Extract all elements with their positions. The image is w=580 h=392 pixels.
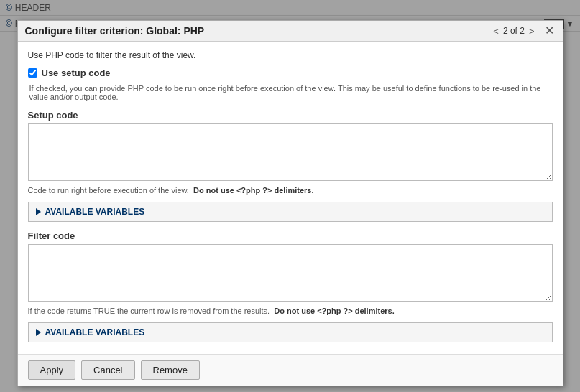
modal-title: Configure filter criterion: Global: PHP bbox=[25, 25, 205, 37]
modal-body: Use PHP code to filter the result of the… bbox=[18, 42, 563, 354]
available-vars-label-2: AVAILABLE VARIABLES bbox=[45, 327, 145, 337]
modal-footer: Apply Cancel Remove bbox=[18, 354, 563, 386]
modal-titlebar: Configure filter criterion: Global: PHP … bbox=[18, 21, 563, 42]
available-vars-toggle-1[interactable]: AVAILABLE VARIABLES bbox=[29, 202, 552, 221]
cancel-button[interactable]: Cancel bbox=[81, 360, 134, 380]
filter-code-textarea[interactable] bbox=[28, 244, 553, 302]
remove-button[interactable]: Remove bbox=[141, 360, 200, 380]
available-vars-toggle-2[interactable]: AVAILABLE VARIABLES bbox=[29, 323, 552, 342]
setup-code-textarea[interactable] bbox=[28, 123, 553, 181]
modal-description: Use PHP code to filter the result of the… bbox=[28, 50, 553, 60]
filter-code-note-bold: Do not use <?php ?> delimiters. bbox=[274, 307, 394, 315]
modal-nav-next[interactable]: > bbox=[528, 26, 536, 37]
apply-button[interactable]: Apply bbox=[28, 360, 76, 380]
modal-nav-count: 2 of 2 bbox=[503, 26, 525, 36]
setup-code-note-prefix: Code to run right before execution of th… bbox=[28, 186, 189, 195]
available-vars-block-1: AVAILABLE VARIABLES bbox=[28, 202, 553, 222]
modal-nav-prev[interactable]: < bbox=[492, 26, 500, 37]
setup-code-section-label: Setup code bbox=[28, 110, 553, 121]
configure-filter-modal: Configure filter criterion: Global: PHP … bbox=[17, 20, 563, 386]
available-vars-triangle-2 bbox=[36, 329, 41, 336]
use-setup-code-row: Use setup code bbox=[28, 67, 553, 78]
setup-code-note-bold: Do not use <?php ?> delimiters. bbox=[193, 186, 313, 195]
available-vars-label-1: AVAILABLE VARIABLES bbox=[45, 207, 145, 217]
use-setup-code-label[interactable]: Use setup code bbox=[42, 67, 111, 78]
filter-code-note: If the code returns TRUE the current row… bbox=[28, 307, 553, 315]
modal-nav: < 2 of 2 > bbox=[492, 26, 535, 37]
available-vars-triangle-1 bbox=[36, 208, 41, 215]
use-setup-code-checkbox[interactable] bbox=[28, 68, 37, 78]
filter-code-section-label: Filter code bbox=[28, 230, 553, 241]
modal-overlay: Configure filter criterion: Global: PHP … bbox=[0, 0, 580, 392]
modal-close-button[interactable]: ✕ bbox=[543, 25, 556, 37]
setup-code-hint: If checked, you can provide PHP code to … bbox=[28, 84, 553, 101]
filter-code-note-prefix: If the code returns TRUE the current row… bbox=[28, 307, 270, 315]
setup-code-note: Code to run right before execution of th… bbox=[28, 186, 553, 195]
available-vars-block-2: AVAILABLE VARIABLES bbox=[28, 322, 553, 342]
